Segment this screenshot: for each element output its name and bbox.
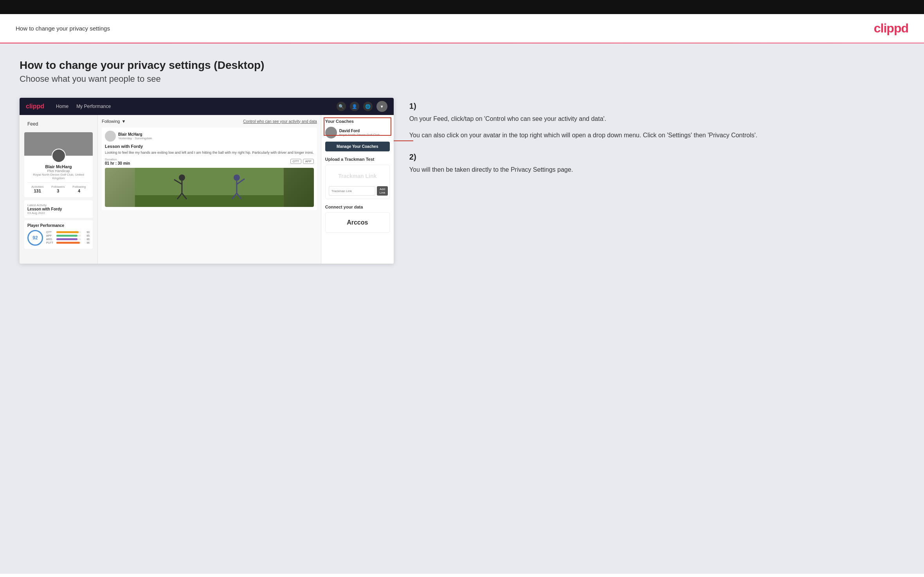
followers-value: 3 [51,189,65,193]
top-black-bar [0,0,924,14]
putt-fill [56,242,80,244]
profile-stats: Activities 131 Followers 3 Following 4 [27,182,90,193]
nav-my-performance[interactable]: My Performance [76,104,111,109]
app-mockup: clippd Home My Performance 🔍 👤 🌐 ▼ [20,98,394,264]
following-button[interactable]: Following ▼ [102,119,126,124]
ott-fill [56,231,79,233]
latest-activity-name: Lesson with Fordy [27,207,90,211]
ott-label: OTT [46,231,55,234]
manage-coaches-button[interactable]: Manage Your Coaches [325,142,390,151]
app-logo: clippd [26,103,44,110]
trackman-section: Upload a Trackman Test Trackman Link Add… [325,157,390,199]
globe-icon[interactable]: 🌐 [363,102,373,111]
step1-text-1: On your Feed, click/tap on 'Control who … [409,114,904,124]
bar-putt: PUTT 96 [46,241,90,244]
following-label: Following [102,119,120,124]
svg-point-7 [234,174,240,181]
app-nav-links: Home My Performance [56,104,337,109]
arrow-line [394,140,413,141]
svg-point-2 [179,174,185,181]
coaches-section: Your Coaches David Ford Royal North Devo… [325,119,390,151]
following-chevron: ▼ [121,119,126,124]
trackman-title: Upload a Trackman Test [325,157,390,162]
trackman-box: Trackman Link Add Link [325,165,390,199]
post-duration: Duration 01 hr : 30 min OTT APP [105,158,314,165]
post-author-info: Blair McHarg Yesterday · Sunningdale [118,132,152,140]
quality-score: 92 [27,230,43,246]
post-title: Lesson with Fordy [105,144,314,149]
annotation-arrow [394,140,413,141]
following-value: 4 [72,189,86,193]
content-row: clippd Home My Performance 🔍 👤 🌐 ▼ [20,98,904,264]
activities-label: Activities [31,185,44,189]
app-fill [56,235,77,237]
arg-label: ARG [46,238,55,241]
nav-home[interactable]: Home [56,104,68,109]
feed-tab[interactable]: Feed [24,120,93,128]
avatar-icon[interactable]: ▼ [376,101,387,112]
profile-banner [24,132,93,156]
following-label: Following [72,185,86,189]
stat-followers: Followers 3 [51,185,65,193]
instruction-2: 2) You will then be taken directly to th… [409,153,904,175]
post-card: Blair McHarg Yesterday · Sunningdale Les… [102,128,317,210]
browser-title: How to change your privacy settings [16,25,110,32]
connect-title: Connect your data [325,205,390,209]
duration-info: Duration 01 hr : 30 min [105,158,130,165]
connect-section: Connect your data Arccos [325,205,390,233]
app-navbar: clippd Home My Performance 🔍 👤 🌐 ▼ [20,98,394,115]
instructions-panel: 1) On your Feed, click/tap on 'Control w… [409,98,904,191]
step2-text: You will then be taken directly to the P… [409,165,904,175]
control-privacy-link[interactable]: Control who can see your activity and da… [243,119,317,124]
footer: Copyright Clippd 2022 [0,573,924,577]
coaches-section-wrapper: Your Coaches David Ford Royal North Devo… [325,119,390,151]
followers-label: Followers [51,185,65,189]
add-link-button[interactable]: Add Link [377,186,388,196]
bar-app: APP 85 [46,234,90,237]
instruction-1: 1) On your Feed, click/tap on 'Control w… [409,102,904,140]
quality-section: 92 OTT 90 [27,230,90,246]
coach-name: David Ford [339,129,390,133]
profile-name: Blair McHarg [27,164,90,169]
app-nav-icons: 🔍 👤 🌐 ▼ [337,101,387,112]
coaches-title: Your Coaches [325,119,390,124]
page-heading: How to change your privacy settings (Des… [20,59,904,72]
main-content: How to change your privacy settings (Des… [0,43,924,573]
svg-rect-1 [135,195,284,207]
profile-club: Royal North Devon Golf Club, United King… [27,173,90,180]
tag-ott: OTT [290,159,301,164]
person-icon[interactable]: 👤 [350,102,359,111]
coach-avatar [325,127,337,138]
ott-value: 90 [83,231,90,234]
latest-activity: Latest Activity Lesson with Fordy 03 Aug… [24,200,93,218]
performance-title: Player Performance [27,223,90,228]
trackman-input-row: Add Link [329,186,386,196]
putt-label: PUTT [46,241,55,244]
search-icon[interactable]: 🔍 [337,102,346,111]
trackman-input[interactable] [329,186,375,196]
app-value: 85 [83,234,90,237]
duration-value: 01 hr : 30 min [105,161,130,165]
bar-arg: ARG 86 [46,238,90,241]
duration-label: Duration [105,158,130,161]
app-body: Feed Blair McHarg Plus Handicap Royal No… [20,115,394,264]
post-body: Looking to feel like my hands are exitin… [105,150,314,155]
app-mockup-wrapper: clippd Home My Performance 🔍 👤 🌐 ▼ [20,98,394,264]
clippd-logo: clippd [874,21,908,36]
app-feed: Following ▼ Control who can see your act… [98,115,321,264]
stat-activities: Activities 131 [31,185,44,193]
following-bar: Following ▼ Control who can see your act… [102,119,317,124]
profile-avatar [52,149,66,163]
latest-label: Latest Activity [27,203,90,207]
putt-value: 96 [83,241,90,244]
quality-bars: OTT 90 APP [46,231,90,245]
arg-value: 86 [83,238,90,241]
post-author-name: Blair McHarg [118,132,152,137]
connect-box: Arccos [325,212,390,233]
post-image [105,168,314,207]
page-subheading: Choose what you want people to see [20,74,904,84]
arg-track [56,238,81,240]
step1-text-2: You can also click on your avatar in the… [409,130,904,140]
player-performance: Player Performance 92 OTT 90 [24,220,93,249]
arccos-logo: Arccos [329,216,386,229]
